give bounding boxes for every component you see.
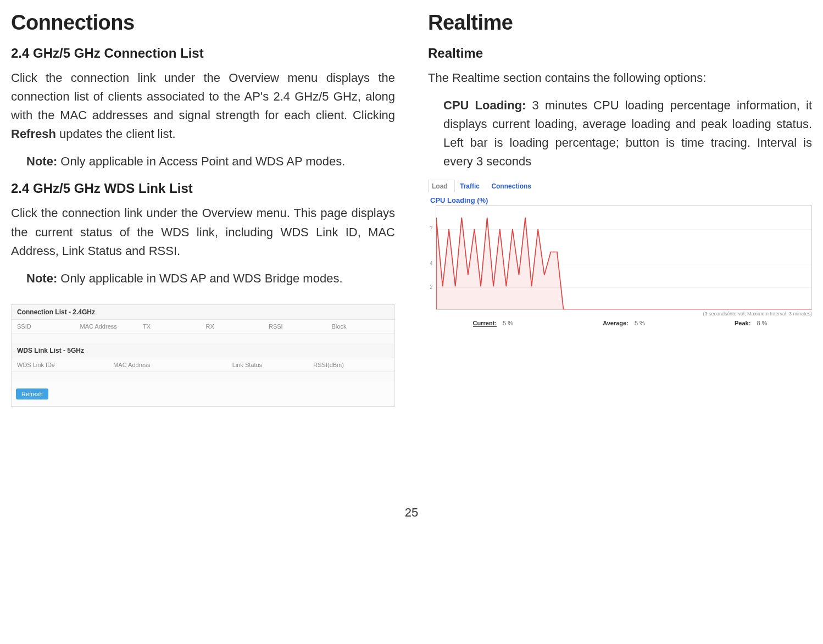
para-text-b: updates the client list. [56,127,176,141]
wds-columns-5: WDS Link ID# MAC Address Link Status RSS… [12,358,394,372]
conn-list-heading: 2.4 GHz/5 GHz Connection List [11,46,395,61]
note-label: Note: [26,271,57,285]
col-rx: RX [206,323,264,330]
wds-link-heading: 2.4 GHz/5 GHz WDS Link List [11,181,395,196]
col-tx: TX [143,323,201,330]
tab-traffic[interactable]: Traffic [457,180,486,192]
realtime-tabs: Load Traffic Connections [428,180,812,193]
average-label: Average: [603,320,629,326]
chart-wrapper: 7 4 2 [428,206,812,310]
average-value: 5 % [635,320,645,326]
note-text: Only applicable in Access Point and WDS … [57,154,345,168]
stat-average: Average: 5 % [603,320,645,326]
tab-load[interactable]: Load [428,180,455,193]
stat-peak: Peak: 8 % [735,320,767,326]
conn-list-para: Click the connection link under the Over… [11,69,395,143]
note-label: Note: [26,154,57,168]
realtime-intro: The Realtime section contains the follow… [428,69,812,87]
chart-interval-note: (3 seconds/interval; Maximum Interval: 3… [428,311,812,317]
ytick-7: 7 [430,226,433,232]
connlist-header-24: Connection List - 2.4GHz [12,305,394,320]
col-wds-id: WDS Link ID# [17,362,108,368]
note-text: Only applicable in WDS AP and WDS Bridge… [57,271,342,285]
tab-connections[interactable]: Connections [488,180,538,192]
realtime-title: Realtime [428,11,812,35]
peak-value: 8 % [757,320,767,326]
conn-list-note: Note: Only applicable in Access Point an… [11,152,395,171]
wds-link-note: Note: Only applicable in WDS AP and WDS … [11,269,395,288]
col-wds-mac: MAC Address [113,362,226,368]
refresh-button[interactable]: Refresh [16,388,48,399]
col-block: Block [332,323,390,330]
current-value: 5 % [503,320,513,326]
chart-line-icon [436,206,811,309]
realtime-heading: Realtime [428,46,812,61]
left-column: Connections 2.4 GHz/5 GHz Connection Lis… [11,5,395,407]
col-wds-rssi: RSSI(dBm) [313,362,389,368]
chart-stats: Current: 5 % Average: 5 % Peak: 8 % [428,320,812,326]
cpu-loading-label: CPU Loading: [443,98,526,112]
right-column: Realtime Realtime The Realtime section c… [428,5,812,407]
peak-label: Peak: [735,320,750,326]
refresh-word: Refresh [11,127,56,141]
col-ssid: SSID [17,323,75,330]
connection-list-screenshot: Connection List - 2.4GHz SSID MAC Addres… [11,304,395,407]
cpu-loading-desc: CPU Loading: 3 minutes CPU loading perce… [428,96,812,171]
col-rssi: RSSI [269,323,326,330]
connections-title: Connections [11,11,395,35]
stat-current: Current: 5 % [473,320,513,326]
spacer [12,334,394,343]
col-mac: MAC Address [80,323,138,330]
spacer [12,372,394,382]
wds-link-para: Click the connection link under the Over… [11,204,395,260]
page-number: 25 [11,506,812,520]
ytick-2: 2 [430,284,433,290]
cpu-loading-chart: 7 4 2 [436,206,812,310]
ytick-4: 4 [430,260,433,267]
col-wds-status: Link Status [232,362,308,368]
connlist-columns-24: SSID MAC Address TX RX RSSI Block [12,320,394,334]
para-text-a: Click the connection link under the Over… [11,71,395,122]
chart-title: CPU Loading (%) [430,196,812,204]
current-label: Current: [473,320,497,327]
wds-header-5: WDS Link List - 5GHz [12,343,394,358]
